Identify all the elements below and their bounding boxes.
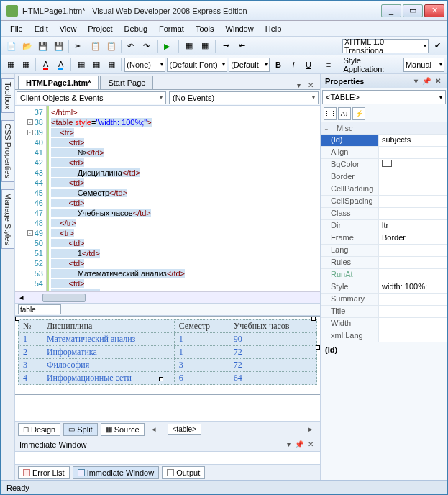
prop-cellspacing[interactable]: CellSpacing [321,195,447,207]
style-dropdown[interactable]: (None)▾ [124,58,165,72]
source-view-button[interactable]: ▦ Source [101,423,145,436]
menu-file[interactable]: File [5,23,28,35]
new-button[interactable]: 📄 [4,39,18,53]
add-item-button[interactable]: ▦ [19,58,32,72]
immediate-close-icon[interactable]: ✕ [306,440,316,448]
bg-color-button[interactable]: A [54,58,68,72]
properties-pin-icon[interactable]: 📌 [420,77,433,85]
properties-selector[interactable]: <TABLE>▾ [322,90,446,104]
underline-button[interactable]: U [301,58,315,72]
align-left-button[interactable]: ≡ [321,58,335,72]
code-text[interactable]: </html><table style="width: 100%;"> <tr>… [47,106,320,291]
menu-format[interactable]: Format [154,23,189,35]
css-properties-tab[interactable]: CSS Properties [1,120,14,182]
prop-xmllang[interactable]: xml:Lang [321,330,447,342]
prop-summary[interactable]: Summary [321,293,447,305]
tab-htmlpage1[interactable]: HTMLPage1.htm* [18,76,99,89]
objects-dropdown[interactable]: Client Objects & Events▾ [17,91,166,104]
prop-rules[interactable]: Rules [321,256,447,268]
prop-width[interactable]: Width [321,317,447,330]
prop-style[interactable]: Stylewidth: 100%; [321,281,447,293]
immediate-window-body[interactable] [15,451,320,464]
error-list-tab[interactable]: Error List [18,466,70,479]
crumb-left-arrow[interactable]: ◂ [147,424,160,434]
prop-cellpadding[interactable]: CellPadding [321,183,447,195]
element-crumb[interactable]: <table> [168,424,201,435]
properties-category[interactable]: −Misc [321,122,447,134]
prop-bgcolor[interactable]: BgColor [321,158,447,171]
menu-view[interactable]: View [55,23,82,35]
menu-help[interactable]: Help [260,23,287,35]
prop-align[interactable]: Align [321,146,447,158]
paste-button[interactable]: 📋 [104,39,118,53]
events-button[interactable]: ⚡ [352,107,365,120]
minimize-button[interactable]: _ [381,4,401,17]
save-all-button[interactable]: 💾 [51,39,65,53]
categorized-button[interactable]: ⋮⋮ [324,107,337,120]
table2-button[interactable]: ▦ [89,58,103,72]
cut-button[interactable]: ✂ [72,39,86,53]
toolbox-tab[interactable]: Toolbox [1,78,14,113]
text-color-button[interactable]: A [39,58,52,72]
horizontal-scrollbar[interactable]: ◂ [15,291,320,303]
tag-input[interactable] [18,304,61,314]
immediate-pin-icon[interactable]: 📌 [293,440,306,448]
uncomment-button[interactable]: ▦ [198,39,212,53]
validate-button[interactable]: ✔ [430,39,444,53]
output-tab[interactable]: Output [162,466,205,479]
immediate-window-tab[interactable]: Immediate Window [73,466,160,479]
table-button[interactable]: ▦ [74,58,88,72]
open-button[interactable]: 📂 [19,39,34,53]
prop-runat[interactable]: RunAt [321,268,447,281]
menu-edit[interactable]: Edit [29,23,53,35]
run-button[interactable]: ▶ [161,39,175,53]
undo-button[interactable]: ↶ [124,39,139,53]
prop-title[interactable]: Title [321,305,447,317]
split-view-button[interactable]: ▭ Split [63,423,97,436]
design-preview[interactable]: №ДисциплинаСеместрУчебных часов1Математи… [15,316,320,395]
prop-border[interactable]: Border [321,171,447,183]
properties-grid[interactable]: (Id)subjectsAlignBgColorBorderCellPaddin… [321,134,447,342]
immediate-dropdown-icon[interactable]: ▾ [285,440,293,448]
properties-dropdown-icon[interactable]: ▾ [412,77,420,85]
size-dropdown[interactable]: (Default▾ [229,58,270,72]
bold-button[interactable]: B [271,58,285,72]
menu-project[interactable]: Project [83,23,117,35]
menu-tools[interactable]: Tools [191,23,219,35]
events-dropdown[interactable]: (No Events)▾ [169,91,319,104]
maximize-button[interactable]: ▭ [403,4,423,17]
prop-lang[interactable]: Lang [321,244,447,256]
tab-dropdown-icon[interactable]: ▾ [295,81,303,89]
crumb-right-arrow[interactable]: ▸ [304,424,317,434]
menu-window[interactable]: Window [221,23,259,35]
indent-button[interactable]: ⇥ [219,39,233,53]
font-dropdown[interactable]: (Default Font)▾ [167,58,227,72]
copy-button[interactable]: 📋 [88,39,102,53]
collapsed-panels[interactable]: Toolbox CSS Properties Manage Styles [1,74,15,480]
properties-title-bar[interactable]: Properties ▾ 📌 ✕ [321,74,447,88]
menu-debug[interactable]: Debug [119,23,152,35]
prop-dir[interactable]: Dirltr [321,219,447,232]
manage-styles-tab[interactable]: Manage Styles [1,189,14,249]
prop-class[interactable]: Class [321,207,447,219]
new-item-button[interactable]: ▦ [4,58,17,72]
save-button[interactable]: 💾 [35,39,50,53]
doctype-dropdown[interactable]: XHTML 1.0 Transitiona▾ [342,39,429,53]
italic-button[interactable]: I [286,58,300,72]
outdent-button[interactable]: ⇤ [234,39,249,53]
style-app-dropdown[interactable]: Manual▾ [403,58,444,72]
tab-startpage[interactable]: Start Page [100,76,153,89]
properties-close-icon[interactable]: ✕ [433,77,443,85]
comment-button[interactable]: ▦ [182,39,196,53]
code-editor[interactable]: 37-38-39404142434445464748-4950515253545… [15,106,320,291]
close-button[interactable]: ✕ [424,4,444,17]
immediate-window-header[interactable]: Immediate Window ▾ 📌 ✕ [15,437,320,451]
preview-table[interactable]: №ДисциплинаСеместрУчебных часов1Математи… [18,319,317,385]
prop-id[interactable]: (Id)subjects [321,134,447,146]
tab-close-icon[interactable]: ✕ [306,81,316,89]
design-view-button[interactable]: ◻ Design [18,423,60,436]
redo-button[interactable]: ↷ [140,39,155,53]
table3-button[interactable]: ▦ [104,58,118,72]
prop-frame[interactable]: FrameBorder [321,232,447,244]
alpha-button[interactable]: A↓ [338,107,351,120]
